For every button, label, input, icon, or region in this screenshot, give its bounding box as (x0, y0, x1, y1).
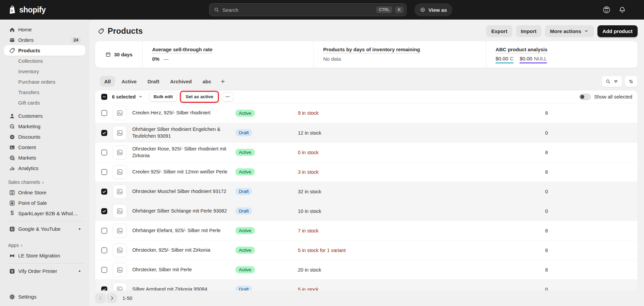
sidebar: Home Orders 24 Products Collections Inve… (0, 20, 89, 306)
tab-label: All (104, 79, 111, 84)
row-checkbox[interactable] (101, 247, 107, 253)
sidebar-item-orders[interactable]: Orders 24 (4, 35, 85, 45)
date-range-picker[interactable]: 30 days (95, 41, 143, 68)
product-thumbnail (113, 263, 127, 277)
sidebar-divider (8, 221, 85, 221)
product-title[interactable]: Ohrhänger Silber rhodiniert Engelchen & … (132, 126, 230, 139)
row-checkbox[interactable] (101, 149, 107, 156)
sidebar-item-label: Purchase orders (18, 79, 55, 85)
table-row[interactable]: Creolen Herz, 925/- Silber rhodiniert Ac… (95, 103, 638, 123)
product-title[interactable]: Ohrstecker Muschel Silber rhodiniert 931… (132, 188, 230, 195)
sidebar-item-collections[interactable]: Collections (4, 56, 85, 66)
gear-icon (9, 294, 16, 300)
chevron-right-icon (109, 295, 115, 301)
sidebar-item-discounts[interactable]: Discounts (4, 132, 85, 142)
search-filter-button[interactable] (601, 76, 622, 87)
sidebar-item-products[interactable]: Products (4, 45, 85, 56)
sidebar-item-online-store[interactable]: Online Store (4, 187, 85, 198)
add-product-button[interactable]: Add product (597, 25, 638, 37)
table-row[interactable]: Creolen 925/- Silber mit 12mm weißer Per… (95, 162, 638, 182)
sidebar-item-settings[interactable]: Settings (4, 291, 85, 302)
product-thumbnail (113, 165, 127, 179)
tab-abc[interactable]: abc (198, 76, 216, 87)
inventory-days-stat[interactable]: Products by days of inventory remaining … (314, 41, 486, 68)
row-checkbox[interactable] (101, 130, 107, 136)
sell-through-stat[interactable]: Average sell-through rate 0% — (143, 41, 314, 68)
status-badge: Active (235, 168, 255, 175)
row-checkbox[interactable] (101, 189, 107, 195)
insights-card: 30 days Average sell-through rate 0% — P… (95, 41, 638, 68)
apps-header[interactable]: Apps › (4, 240, 85, 250)
sidebar-item-marketing[interactable]: Marketing (4, 121, 85, 132)
notifications-button[interactable] (618, 5, 626, 14)
view-as-button[interactable]: View as (414, 3, 452, 16)
inventory-text: 5 in stock for 1 variant (298, 248, 545, 253)
shopify-logo[interactable]: shopify (7, 0, 46, 20)
more-actions-button[interactable]: More actions (545, 25, 594, 37)
tab-all[interactable]: All (100, 76, 115, 87)
table-row[interactable]: Ohrhänger Silber Schlange mit Perle 9308… (95, 201, 638, 221)
sidebar-item-home[interactable]: Home (4, 24, 85, 35)
product-title[interactable]: Ohrstecker Rose, 925/- Silber rhodiniert… (132, 146, 230, 159)
table-row[interactable]: Ohrstecker Muschel Silber rhodiniert 931… (95, 182, 638, 201)
sidebar-item-markets[interactable]: Markets (4, 152, 85, 163)
table-row[interactable]: Ohrhänger Silber rhodiniert Engelchen & … (95, 123, 638, 142)
sidebar-item-le-store-migration[interactable]: LE Store Migration (4, 250, 85, 261)
sidebar-item-point-of-sale[interactable]: Point of Sale (4, 198, 85, 208)
sidebar-item-analytics[interactable]: Analytics (4, 163, 85, 173)
import-button[interactable]: Import (516, 25, 542, 37)
row-checkbox[interactable] (101, 228, 107, 234)
table-row[interactable]: Ohrstecker, 925/- Silber mit Zirkonia Ac… (95, 240, 638, 260)
product-title[interactable]: Ohrhänger Elefant, 925/- Silber mit Perl… (132, 227, 230, 234)
global-search[interactable]: CTRL K (209, 3, 407, 16)
select-all-checkbox[interactable] (101, 94, 107, 100)
view-as-label: View as (428, 7, 447, 13)
sell-through-trend: — (164, 56, 169, 62)
tab-draft[interactable]: Draft (143, 76, 164, 87)
sidebar-item-sparklayer[interactable]: SparkLayer B2B & Wholes... (4, 208, 85, 219)
bulk-edit-button[interactable]: Bulk edit (149, 92, 177, 102)
selected-count-dropdown[interactable]: 6 selected (112, 94, 143, 100)
product-title[interactable]: Ohrhänger Silber Schlange mit Perle 9308… (132, 208, 230, 215)
sidebar-item-label: Home (18, 27, 32, 32)
product-title[interactable]: Ohrstecker, Silber mit Perle (132, 267, 230, 273)
next-page-button[interactable] (107, 293, 117, 303)
store-avatar[interactable] (602, 5, 611, 14)
row-checkbox[interactable] (101, 110, 107, 116)
product-title[interactable]: Creolen Herz, 925/- Silber rhodiniert (132, 110, 230, 116)
product-title[interactable]: Ohrstecker, 925/- Silber mit Zirkonia (132, 247, 230, 254)
show-all-toggle[interactable] (579, 94, 591, 100)
sidebar-item-purchase-orders[interactable]: Purchase orders (4, 77, 85, 87)
product-table: 6 selected Bulk edit Set as active Show … (95, 90, 638, 306)
table-row[interactable]: Ohrhänger Elefant, 925/- Silber mit Perl… (95, 221, 638, 240)
more-bulk-actions-button[interactable] (222, 92, 233, 102)
table-row[interactable]: Ohrstecker, Silber mit Perle Active 20 i… (95, 260, 638, 279)
row-checkbox[interactable] (101, 208, 107, 214)
abc-null-amount: $0.00 (520, 56, 532, 61)
sidebar-item-google-youtube[interactable]: Google & YouTube • (4, 224, 85, 234)
row-checkbox[interactable] (101, 267, 107, 273)
row-checkbox[interactable] (101, 169, 107, 175)
qty-value: 8 (545, 267, 632, 273)
add-view-button[interactable] (218, 76, 228, 86)
sidebar-item-label: Orders (18, 37, 34, 43)
sidebar-item-gift-cards[interactable]: Gift cards (4, 98, 85, 108)
previous-page-button[interactable] (95, 293, 106, 303)
search-input[interactable] (222, 7, 373, 13)
tab-archived[interactable]: Archived (166, 76, 196, 87)
sidebar-item-label: Google & YouTube (18, 226, 60, 232)
export-button[interactable]: Export (486, 25, 512, 37)
tab-active[interactable]: Active (117, 76, 141, 87)
set-as-active-button[interactable]: Set as active (181, 92, 218, 102)
sidebar-item-transfers[interactable]: Transfers (4, 87, 85, 98)
sort-button[interactable] (624, 76, 638, 87)
table-row[interactable]: Ohrstecker Rose, 925/- Silber rhodiniert… (95, 142, 638, 162)
abc-analysis-stat[interactable]: ABC product analysis $0.00C $0.00NULL (486, 41, 638, 68)
sidebar-item-content[interactable]: Content (4, 142, 85, 152)
sidebar-item-inventory[interactable]: Inventory (4, 66, 85, 77)
product-title[interactable]: Creolen 925/- Silber mit 12mm weißer Per… (132, 169, 230, 175)
sidebar-item-customers[interactable]: Customers (4, 111, 85, 121)
sales-channels-header[interactable]: Sales channels › (4, 177, 85, 187)
sidebar-item-vify-order-printer[interactable]: Vify Order Printer • (4, 266, 85, 276)
sidebar-item-label: Gift cards (18, 100, 40, 106)
